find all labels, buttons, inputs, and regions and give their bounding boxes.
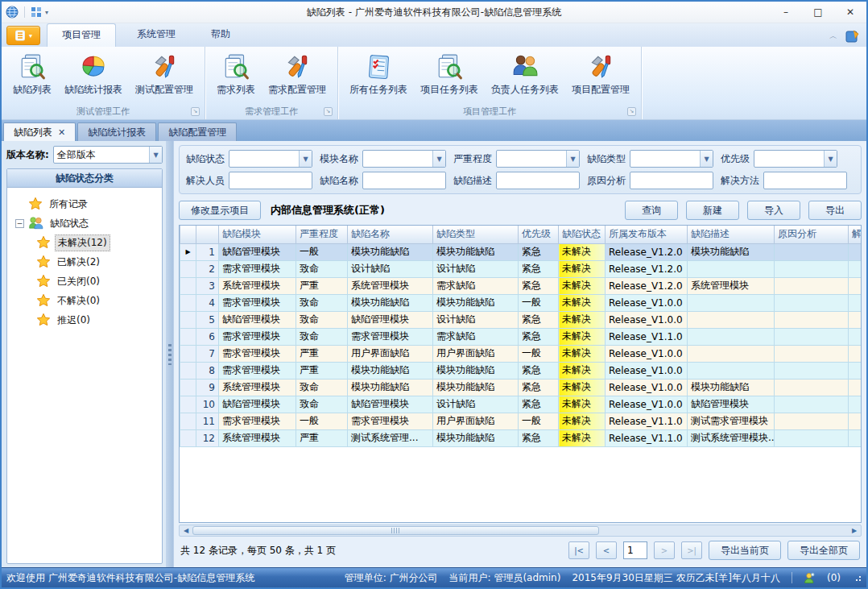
- filter-input-缺陷描述[interactable]: [496, 172, 580, 189]
- cell-desc[interactable]: 模块功能缺陷: [688, 379, 775, 396]
- cell-solution[interactable]: [849, 243, 862, 260]
- cell-status[interactable]: 未解决: [559, 243, 606, 260]
- column-header-name[interactable]: 缺陷名称: [348, 226, 433, 243]
- tree-node-缺陷状态[interactable]: −缺陷状态: [15, 214, 159, 233]
- cell-sel[interactable]: [180, 379, 196, 396]
- filter-select-严重程度[interactable]: ▼: [496, 150, 580, 168]
- table-row[interactable]: 6需求管理模块致命需求管理模块需求缺陷紧急未解决Release_V1.1.0: [180, 328, 862, 345]
- maximize-button[interactable]: □: [802, 2, 834, 23]
- next-page-button[interactable]: >: [654, 541, 675, 559]
- cell-name[interactable]: 模块功能缺陷: [348, 294, 433, 311]
- cell-desc[interactable]: [688, 362, 775, 379]
- column-header-module[interactable]: 缺陷模块: [219, 226, 296, 243]
- cell-analysis[interactable]: [775, 396, 849, 413]
- cell-name[interactable]: 用户界面缺陷: [348, 345, 433, 362]
- cell-analysis[interactable]: [775, 362, 849, 379]
- cell-type[interactable]: 模块功能缺陷: [433, 362, 519, 379]
- cell-version[interactable]: Release_V1.2.0: [606, 277, 688, 294]
- cell-severity[interactable]: 致命: [296, 396, 348, 413]
- cell-sel[interactable]: [180, 311, 196, 328]
- filter-input-原因分析[interactable]: [630, 172, 713, 189]
- cell-module[interactable]: 需求管理模块: [219, 345, 296, 362]
- cell-name[interactable]: 缺陷管理模块: [348, 396, 433, 413]
- cell-priority[interactable]: 紧急: [519, 429, 559, 446]
- cell-name[interactable]: 模块功能缺陷: [348, 362, 433, 379]
- cell-sel[interactable]: [180, 260, 196, 277]
- cell-severity[interactable]: 致命: [296, 379, 348, 396]
- filter-input-解决人员[interactable]: [229, 172, 312, 189]
- cell-analysis[interactable]: [775, 311, 849, 328]
- cell-solution[interactable]: [849, 311, 862, 328]
- filter-select-缺陷类型[interactable]: ▼: [630, 150, 713, 168]
- cell-analysis[interactable]: [775, 277, 849, 294]
- scroll-left-icon[interactable]: ◀: [180, 527, 192, 534]
- cell-version[interactable]: Release_V1.0.0: [606, 345, 688, 362]
- cell-severity[interactable]: 致命: [296, 311, 348, 328]
- app-menu-button[interactable]: ▾: [6, 26, 40, 45]
- cell-module[interactable]: 需求管理模块: [219, 413, 296, 429]
- cell-analysis[interactable]: [775, 243, 849, 260]
- cell-priority[interactable]: 一般: [519, 294, 559, 311]
- cell-sel[interactable]: [180, 294, 196, 311]
- cell-solution[interactable]: [849, 294, 862, 311]
- cell-module[interactable]: 缺陷管理模块: [219, 396, 296, 413]
- cell-solution[interactable]: [849, 413, 862, 429]
- close-button[interactable]: ✕: [834, 2, 866, 23]
- 导出-button[interactable]: 导出: [808, 201, 862, 220]
- cell-desc[interactable]: 系统管理模块: [688, 277, 775, 294]
- cell-sel[interactable]: [180, 429, 196, 446]
- cell-priority[interactable]: 紧急: [519, 311, 559, 328]
- cell-severity[interactable]: 严重: [296, 345, 348, 362]
- 新建-button[interactable]: 新建: [686, 201, 739, 220]
- cell-solution[interactable]: [849, 260, 862, 277]
- scrollbar-thumb[interactable]: [192, 526, 599, 535]
- ribbon-tab-项目管理[interactable]: 项目管理: [47, 23, 116, 47]
- column-header-num[interactable]: [196, 226, 219, 243]
- cell-desc[interactable]: 测试系统管理模块...: [688, 429, 775, 446]
- cell-module[interactable]: 系统管理模块: [219, 277, 296, 294]
- cell-priority[interactable]: 紧急: [519, 362, 559, 379]
- column-header-solution[interactable]: 解决方法: [849, 226, 862, 243]
- cell-type[interactable]: 设计缺陷: [433, 311, 519, 328]
- cell-name[interactable]: 需求管理模块: [348, 413, 433, 429]
- cell-status[interactable]: 未解决: [559, 345, 606, 362]
- cell-num[interactable]: 7: [196, 345, 219, 362]
- cell-priority[interactable]: 紧急: [519, 396, 559, 413]
- cell-num[interactable]: 6: [196, 328, 219, 345]
- ribbon-button-项目任务列表[interactable]: 项目任务列表: [414, 50, 485, 98]
- cell-version[interactable]: Release_V1.0.0: [606, 311, 688, 328]
- ribbon-button-缺陷统计报表[interactable]: 缺陷统计报表: [58, 50, 129, 98]
- cell-version[interactable]: Release_V1.1.0: [606, 413, 688, 429]
- cell-priority[interactable]: 一般: [519, 345, 559, 362]
- cell-name[interactable]: 缺陷管理模块: [348, 311, 433, 328]
- cell-type[interactable]: 需求缺陷: [433, 277, 519, 294]
- cell-desc[interactable]: [688, 311, 775, 328]
- ribbon-button-缺陷列表[interactable]: 缺陷列表: [6, 50, 58, 98]
- cell-priority[interactable]: 紧急: [519, 277, 559, 294]
- cell-solution[interactable]: [849, 379, 862, 396]
- cell-severity[interactable]: 一般: [296, 243, 348, 260]
- cell-analysis[interactable]: [775, 328, 849, 345]
- cell-name[interactable]: 设计缺陷: [348, 260, 433, 277]
- cell-priority[interactable]: 紧急: [519, 379, 559, 396]
- cell-severity[interactable]: 致命: [296, 260, 348, 277]
- 查询-button[interactable]: 查询: [625, 201, 678, 220]
- cell-solution[interactable]: [849, 277, 862, 294]
- column-header-status[interactable]: 缺陷状态: [559, 226, 606, 243]
- column-header-analysis[interactable]: 原因分析: [775, 226, 849, 243]
- cell-num[interactable]: 3: [196, 277, 219, 294]
- cell-num[interactable]: 4: [196, 294, 219, 311]
- ribbon-tab-帮助[interactable]: 帮助: [196, 23, 245, 47]
- filter-select-模块名称[interactable]: ▼: [362, 150, 446, 168]
- cell-analysis[interactable]: [775, 429, 849, 446]
- cell-version[interactable]: Release_V1.2.0: [606, 260, 688, 277]
- cell-severity[interactable]: 严重: [296, 362, 348, 379]
- minimize-button[interactable]: –: [770, 2, 802, 23]
- cell-module[interactable]: 系统管理模块: [219, 379, 296, 396]
- table-row[interactable]: 11需求管理模块一般需求管理模块用户界面缺陷一般未解决Release_V1.1.…: [180, 413, 862, 429]
- ribbon-tab-系统管理[interactable]: 系统管理: [122, 23, 190, 47]
- cell-desc[interactable]: [688, 328, 775, 345]
- dialog-launcher-icon[interactable]: ↘: [191, 107, 200, 116]
- column-header-version[interactable]: 所属发布版本: [606, 226, 688, 243]
- cell-priority[interactable]: 紧急: [519, 260, 559, 277]
